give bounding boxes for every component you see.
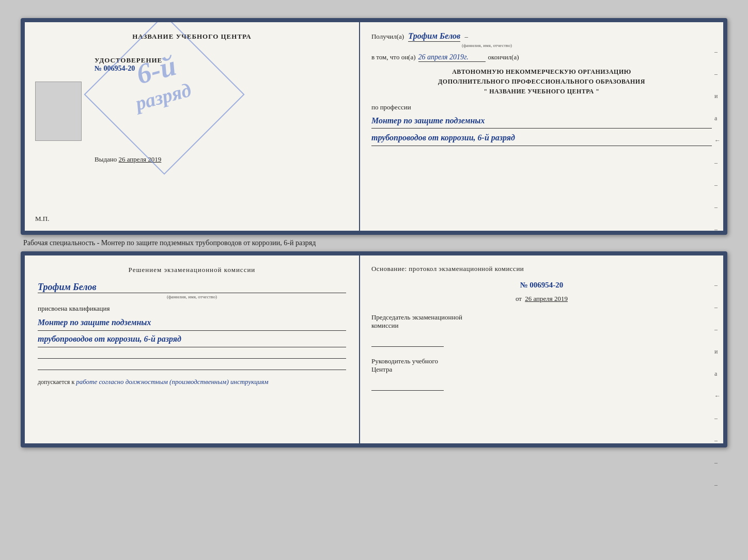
cert2-fio-block: Трофим Белов (фамилия, имя, отчество)	[38, 282, 346, 299]
poluchil-dash: –	[465, 33, 469, 40]
vtom-date: 26 апреля 2019г.	[418, 53, 486, 62]
photo-placeholder	[35, 82, 82, 141]
dopuskaetsya-block: допускается к работе согласно должностны…	[38, 378, 346, 386]
dopuskaetsya-prefix: допускается к	[38, 378, 74, 386]
po-professii-label: по профессии	[371, 103, 411, 111]
right-side-dashes: – – и а ← – – – –	[714, 48, 721, 233]
blank-line-2	[38, 360, 346, 370]
certificate-doc-1: НАЗВАНИЕ УЧЕБНОГО ЦЕНТРА УДОСТОВЕРЕНИЕ №…	[21, 18, 727, 235]
poluchil-line: Получил(а) Трофим Белов – (фамилия, имя,…	[371, 31, 712, 49]
protocol-date-block: от 26 апреля 2019	[371, 295, 712, 303]
osnovanie-title: Основание: протокол экзаменационной коми…	[371, 265, 712, 273]
ot-prefix: от	[516, 295, 522, 302]
certificate-doc-2: Решением экзаменационной комиссии Трофим…	[21, 251, 727, 447]
org-line1: АВТОНОМНУЮ НЕКОММЕРЧЕСКУЮ ОРГАНИЗАЦИЮ	[371, 67, 712, 77]
cert1-left-panel: НАЗВАНИЕ УЧЕБНОГО ЦЕНТРА УДОСТОВЕРЕНИЕ №…	[25, 22, 360, 231]
page-container: НАЗВАНИЕ УЧЕБНОГО ЦЕНТРА УДОСТОВЕРЕНИЕ №…	[10, 10, 738, 455]
profession-line1: Монтер по защите подземных	[371, 114, 712, 129]
rukovoditel-line2: Центра	[371, 365, 712, 374]
poluchil-label: Получил(а)	[371, 33, 404, 40]
vydano-label: Выдано	[95, 155, 117, 163]
okonchil-label: окончил(а)	[488, 53, 519, 61]
resheniem-title: Решением экзаменационной комиссии	[38, 266, 346, 274]
mp-block: М.П.	[35, 215, 49, 223]
description-line: Рабочая специальность - Монтер по защите…	[21, 239, 727, 247]
dopuskaetsya-text: работе согласно должностным (производств…	[76, 378, 268, 386]
predsedatel-line2: комиссии	[371, 322, 712, 330]
blank-line-1	[38, 348, 346, 359]
cert1-right-panel: – – и а ← – – – – Получил(а) Трофим Бело…	[360, 22, 723, 231]
cert2-kvalif-line2: трубопроводов от коррозии, 6-й разряд	[38, 332, 346, 347]
protocol-date: 26 апреля 2019	[525, 295, 568, 302]
predsedatel-line1: Председатель экзаменационной	[371, 313, 712, 322]
protocol-number: № 006954-20	[371, 281, 712, 290]
profession-line2: трубопроводов от коррозии, 6-й разряд	[371, 131, 712, 146]
cert2-left-panel: Решением экзаменационной комиссии Трофим…	[25, 255, 360, 443]
vtom-line: в том, что он(а) 26 апреля 2019г. окончи…	[371, 53, 712, 62]
prisvoena-text: присвоена квалификация	[38, 305, 346, 313]
cert2-right-panel: – – – и а ← – – – – Основание: протокол …	[360, 255, 723, 443]
rukovoditel-line1: Руководитель учебного	[371, 357, 712, 365]
predsedatel-block: Председатель экзаменационной комиссии	[371, 313, 712, 347]
po-professii-block: по профессии Монтер по защите подземных …	[371, 103, 712, 147]
cert2-fio-hint: (фамилия, имя, отчество)	[38, 294, 346, 299]
stamp-diamond-border	[84, 22, 244, 175]
fio-hint-1: (фамилия, имя, отчество)	[462, 41, 512, 49]
predsedatel-signature	[371, 334, 444, 347]
cert2-fio-name: Трофим Белов	[38, 282, 346, 293]
mp-label: М.П.	[35, 215, 49, 222]
cert2-right-side-dashes: – – – и а ← – – – –	[714, 281, 721, 489]
vtom-label: в том, что он(а)	[371, 53, 416, 61]
org-line2: ДОПОЛНИТЕЛЬНОГО ПРОФЕССИОНАЛЬНОГО ОБРАЗО…	[371, 77, 712, 87]
rukovoditel-block: Руководитель учебного Центра	[371, 357, 712, 391]
rukovoditel-signature	[371, 378, 444, 391]
org-name: " НАЗВАНИЕ УЧЕБНОГО ЦЕНТРА "	[371, 87, 712, 97]
cert2-kvalif-block: Монтер по защите подземных трубопроводов…	[38, 315, 346, 347]
description-text: Рабочая специальность - Монтер по защите…	[23, 239, 316, 247]
cert1-title: НАЗВАНИЕ УЧЕБНОГО ЦЕНТРА	[38, 33, 346, 41]
poluchil-name: Трофим Белов	[408, 31, 460, 42]
vydano-block: Выдано 26 апреля 2019	[95, 155, 346, 164]
cert2-kvalif-line1: Монтер по защите подземных	[38, 315, 346, 331]
org-block: АВТОНОМНУЮ НЕКОММЕРЧЕСКУЮ ОРГАНИЗАЦИЮ ДО…	[371, 67, 712, 97]
